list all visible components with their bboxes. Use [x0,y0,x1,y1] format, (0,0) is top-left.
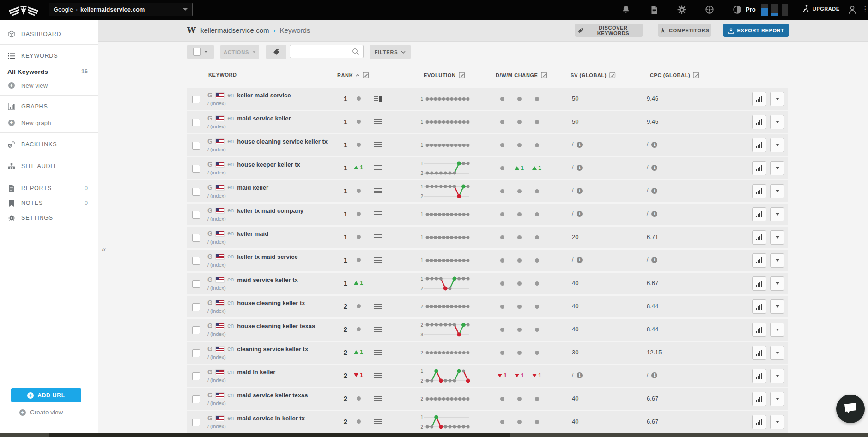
row-options-dropdown[interactable] [770,184,784,198]
row-options-dropdown[interactable] [770,115,784,129]
row-checkbox[interactable] [192,303,200,311]
info-icon[interactable]: i [577,211,583,217]
settings-gear-icon[interactable] [677,5,686,14]
row-options-dropdown[interactable] [770,392,784,406]
keyword-link[interactable]: maid keller [237,184,268,191]
edit-column-icon[interactable] [363,72,369,78]
create-view-button[interactable]: + Create view [19,409,63,416]
sidebar-item-reports[interactable]: REPORTS 0 [0,182,98,194]
row-options-dropdown[interactable] [770,253,784,268]
edit-column-icon[interactable] [541,72,547,78]
serp-features-icon[interactable] [374,119,382,126]
search-input[interactable] [294,48,352,55]
keyword-link[interactable]: house keeper keller tx [237,161,300,168]
serp-features-icon[interactable] [374,165,382,172]
edit-column-icon[interactable] [609,72,616,78]
sidebar-item-all-keywords[interactable]: All Keywords 16 [0,66,98,78]
site-selector-dropdown[interactable]: Google › kellermaidservice.com [49,3,193,16]
sidebar-item-graphs[interactable]: GRAPHS [0,101,98,113]
row-options-dropdown[interactable] [770,299,784,314]
keyword-graph-button[interactable] [752,115,766,129]
keyword-graph-button[interactable] [752,230,766,245]
serp-features-icon[interactable] [374,350,382,356]
serp-features-icon[interactable] [374,396,382,402]
sidebar-item-keywords[interactable]: KEYWORDS [0,50,98,62]
info-icon[interactable]: i [577,165,583,171]
row-checkbox[interactable] [192,349,200,357]
keyword-graph-button[interactable] [752,138,766,152]
info-icon[interactable]: i [651,165,657,171]
contrast-theme-icon[interactable] [733,5,742,14]
row-checkbox[interactable] [192,326,200,334]
row-options-dropdown[interactable] [770,346,784,360]
info-icon[interactable]: i [577,257,583,263]
info-icon[interactable]: i [577,372,583,378]
keyword-graph-button[interactable] [752,207,766,221]
info-icon[interactable]: i [577,142,583,148]
column-header-cpc-global[interactable]: CPC (GLOBAL) [650,72,699,78]
select-all-checkbox[interactable] [193,48,201,56]
filters-dropdown[interactable]: FILTERS [370,45,411,59]
keyword-link[interactable]: house cleaning service keller tx [237,138,328,145]
serp-features-icon[interactable] [374,373,382,379]
keyword-link[interactable]: keller maid [237,230,268,237]
row-checkbox[interactable] [192,234,200,242]
info-icon[interactable]: i [651,257,657,263]
horizontal-scrollbar[interactable] [0,433,868,437]
serp-features-icon[interactable] [374,304,382,310]
row-options-dropdown[interactable] [770,138,784,152]
keyword-link[interactable]: keller maid service [237,92,291,99]
breadcrumb-site[interactable]: kellermaidservice.com [200,26,269,34]
row-checkbox[interactable] [192,280,200,288]
sidebar-item-notes[interactable]: NOTES 0 [0,197,98,209]
help-wheel-icon[interactable] [705,5,714,14]
sidebar-item-site-audit[interactable]: SITE AUDIT [0,160,98,172]
serp-features-icon[interactable] [374,188,382,195]
changelog-document-icon[interactable] [649,5,659,14]
discover-keywords-button[interactable]: DISCOVER KEYWORDS [575,24,643,37]
keyword-graph-button[interactable] [752,184,766,198]
info-icon[interactable]: i [651,211,657,217]
row-checkbox[interactable] [192,257,200,265]
keyword-link[interactable]: maid service keller texas [237,392,308,399]
serp-features-icon[interactable] [374,327,382,333]
keyword-graph-button[interactable] [752,323,766,337]
info-icon[interactable]: i [651,188,657,194]
keyword-graph-button[interactable] [752,92,766,106]
nightwatch-logo-icon[interactable] [8,2,39,18]
row-checkbox[interactable] [192,419,200,426]
row-checkbox[interactable] [192,119,200,126]
row-options-dropdown[interactable] [770,161,784,175]
keyword-graph-button[interactable] [752,161,766,175]
sidebar-item-settings[interactable]: SETTINGS [0,212,98,224]
serp-features-icon[interactable] [374,211,382,218]
column-header-sv-global[interactable]: SV (GLOBAL) [571,72,616,78]
keyword-link[interactable]: keller tx maid service [237,253,298,260]
row-options-dropdown[interactable] [770,92,784,106]
keyword-graph-button[interactable] [752,392,766,406]
keyword-link[interactable]: maid service keller tx [237,276,298,283]
keyword-link[interactable]: house cleaning keller tx [237,299,305,306]
keyword-graph-button[interactable] [752,369,766,383]
column-header-dwm-change[interactable]: D/W/M CHANGE [496,72,547,78]
row-checkbox[interactable] [192,142,200,150]
column-header-rank[interactable]: RANK [337,72,369,78]
keyword-graph-button[interactable] [752,299,766,314]
select-all-dropdown[interactable] [187,45,214,59]
sidebar-collapse-toggle[interactable]: « [102,245,106,254]
row-checkbox[interactable] [192,165,200,173]
edit-column-icon[interactable] [693,72,699,78]
row-checkbox[interactable] [192,188,200,196]
export-report-button[interactable]: EXPORT REPORT [723,24,789,37]
serp-features-icon[interactable] [374,142,382,149]
row-options-dropdown[interactable] [770,207,784,221]
edit-column-icon[interactable] [459,72,465,78]
notifications-bell-icon[interactable] [621,5,631,14]
column-header-evolution[interactable]: EVOLUTION [424,72,465,78]
info-icon[interactable]: i [651,142,657,148]
column-header-keyword[interactable]: KEYWORD [208,72,237,78]
keyword-graph-button[interactable] [752,253,766,268]
sidebar-item-new-view[interactable]: + New view [0,79,98,91]
row-checkbox[interactable] [192,211,200,219]
row-checkbox[interactable] [192,395,200,403]
